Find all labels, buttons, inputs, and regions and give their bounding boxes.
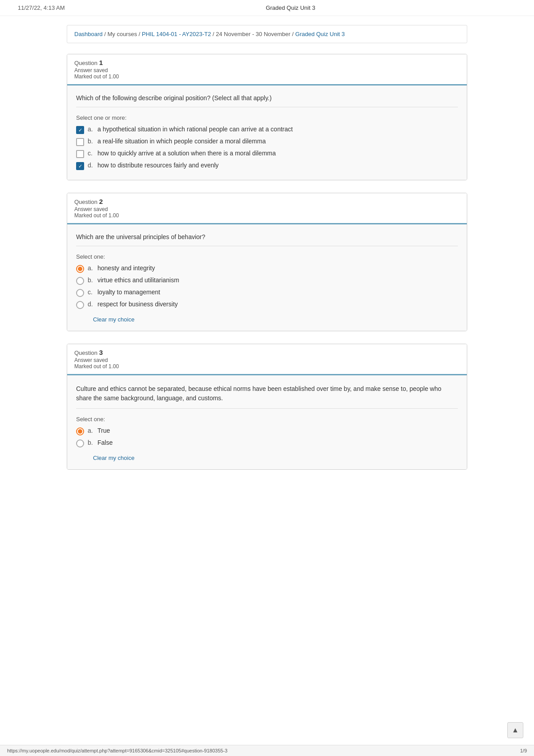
list-item[interactable]: d. respect for business diversity bbox=[76, 301, 458, 309]
question-body-3: Culture and ethics cannot be separated, … bbox=[67, 375, 467, 469]
question-header-1: Question 1 Answer saved Marked out of 1.… bbox=[67, 54, 467, 85]
option-letter: c. bbox=[88, 289, 94, 296]
list-item[interactable]: ✓ d. how to distribute resources fairly … bbox=[76, 162, 458, 170]
answer-saved-3: Answer saved bbox=[74, 357, 460, 363]
radio-unselected-icon bbox=[76, 301, 84, 309]
radio-selected-icon bbox=[76, 427, 84, 435]
option-text: how to quickly arrive at a solution when… bbox=[97, 150, 276, 157]
list-item[interactable]: b. a real-life situation in which people… bbox=[76, 138, 458, 146]
question-num-3: Question 3 bbox=[74, 349, 460, 356]
question-header-3: Question 3 Answer saved Marked out of 1.… bbox=[67, 344, 467, 375]
marked-out-3: Marked out of 1.00 bbox=[74, 363, 460, 370]
question-text-2: Which are the universal principles of be… bbox=[76, 233, 458, 246]
checkbox-unchecked-icon bbox=[76, 150, 84, 158]
list-item[interactable]: b. virtue ethics and utilitarianism bbox=[76, 276, 458, 285]
question-card-3: Question 3 Answer saved Marked out of 1.… bbox=[67, 344, 467, 470]
list-item[interactable]: c. loyalty to management bbox=[76, 289, 458, 297]
question-text-1: Which of the following describe original… bbox=[76, 94, 458, 107]
page-title-center: Graded Quiz Unit 3 bbox=[266, 4, 315, 11]
option-letter: d. bbox=[88, 301, 94, 308]
list-item[interactable]: a. honesty and integrity bbox=[76, 264, 458, 273]
options-list-3: a. True b. False bbox=[76, 427, 458, 447]
question-card-2: Question 2 Answer saved Marked out of 1.… bbox=[67, 193, 467, 331]
option-letter: d. bbox=[88, 162, 94, 169]
question-num-bold-1: 1 bbox=[99, 59, 103, 66]
answer-saved-2: Answer saved bbox=[74, 206, 460, 212]
option-text: virtue ethics and utilitarianism bbox=[97, 276, 179, 284]
question-body-2: Which are the universal principles of be… bbox=[67, 224, 467, 331]
option-text: a hypothetical situation in which ration… bbox=[97, 126, 293, 133]
list-item[interactable]: ✓ a. a hypothetical situation in which r… bbox=[76, 126, 458, 134]
question-num-bold-3: 3 bbox=[99, 349, 103, 356]
question-text-3: Culture and ethics cannot be separated, … bbox=[76, 384, 458, 409]
breadcrumb-week: 24 November - 30 November bbox=[216, 31, 291, 37]
breadcrumb-sep3: / bbox=[213, 31, 216, 37]
answer-saved-1: Answer saved bbox=[74, 67, 460, 73]
marked-out-1: Marked out of 1.00 bbox=[74, 73, 460, 80]
checkbox-checked-icon: ✓ bbox=[76, 126, 84, 134]
select-label-3: Select one: bbox=[76, 416, 458, 423]
option-text: True bbox=[97, 427, 110, 434]
breadcrumb-quiz[interactable]: Graded Quiz Unit 3 bbox=[295, 31, 345, 37]
radio-unselected-icon bbox=[76, 277, 84, 285]
radio-selected-icon bbox=[76, 265, 84, 273]
select-label-2: Select one: bbox=[76, 253, 458, 260]
options-list-1: ✓ a. a hypothetical situation in which r… bbox=[76, 126, 458, 170]
option-letter: a. bbox=[88, 126, 94, 133]
question-header-2: Question 2 Answer saved Marked out of 1.… bbox=[67, 193, 467, 224]
question-body-1: Which of the following describe original… bbox=[67, 85, 467, 180]
option-letter: b. bbox=[88, 276, 94, 284]
option-text: respect for business diversity bbox=[97, 301, 178, 308]
option-text: loyalty to management bbox=[97, 289, 160, 296]
question-num-2: Question 2 bbox=[74, 198, 460, 205]
option-text: honesty and integrity bbox=[97, 264, 155, 272]
option-text: False bbox=[97, 439, 113, 446]
option-letter: a. bbox=[88, 427, 94, 434]
breadcrumb-mycourses: My courses bbox=[107, 31, 137, 37]
top-bar: 11/27/22, 4:13 AM Graded Quiz Unit 3 bbox=[0, 0, 534, 16]
option-letter: a. bbox=[88, 264, 94, 272]
main-content: Dashboard / My courses / PHIL 1404-01 - … bbox=[53, 16, 481, 509]
clear-choice-q3[interactable]: Clear my choice bbox=[93, 455, 134, 461]
checkbox-checked-icon: ✓ bbox=[76, 162, 84, 170]
select-label-1: Select one or more: bbox=[76, 114, 458, 121]
list-item[interactable]: b. False bbox=[76, 439, 458, 447]
option-text: how to distribute resources fairly and e… bbox=[97, 162, 218, 169]
radio-unselected-icon bbox=[76, 289, 84, 297]
timestamp: 11/27/22, 4:13 AM bbox=[18, 4, 65, 11]
breadcrumb-sep2: / bbox=[139, 31, 142, 37]
question-card-1: Question 1 Answer saved Marked out of 1.… bbox=[67, 54, 467, 180]
breadcrumb-sep4: / bbox=[292, 31, 295, 37]
breadcrumb-dashboard[interactable]: Dashboard bbox=[74, 31, 103, 37]
checkbox-unchecked-icon bbox=[76, 138, 84, 146]
question-num-1: Question 1 bbox=[74, 59, 460, 66]
breadcrumb: Dashboard / My courses / PHIL 1404-01 - … bbox=[67, 25, 467, 43]
option-letter: b. bbox=[88, 439, 94, 446]
option-text: a real-life situation in which people co… bbox=[97, 138, 266, 145]
question-num-bold-2: 2 bbox=[99, 198, 103, 205]
list-item[interactable]: a. True bbox=[76, 427, 458, 435]
radio-unselected-icon bbox=[76, 439, 84, 447]
option-letter: b. bbox=[88, 138, 94, 145]
marked-out-2: Marked out of 1.00 bbox=[74, 212, 460, 219]
options-list-2: a. honesty and integrity b. virtue ethic… bbox=[76, 264, 458, 309]
list-item[interactable]: c. how to quickly arrive at a solution w… bbox=[76, 150, 458, 158]
clear-choice-q2[interactable]: Clear my choice bbox=[93, 316, 134, 323]
breadcrumb-course[interactable]: PHIL 1404-01 - AY2023-T2 bbox=[142, 31, 211, 37]
option-letter: c. bbox=[88, 150, 94, 157]
